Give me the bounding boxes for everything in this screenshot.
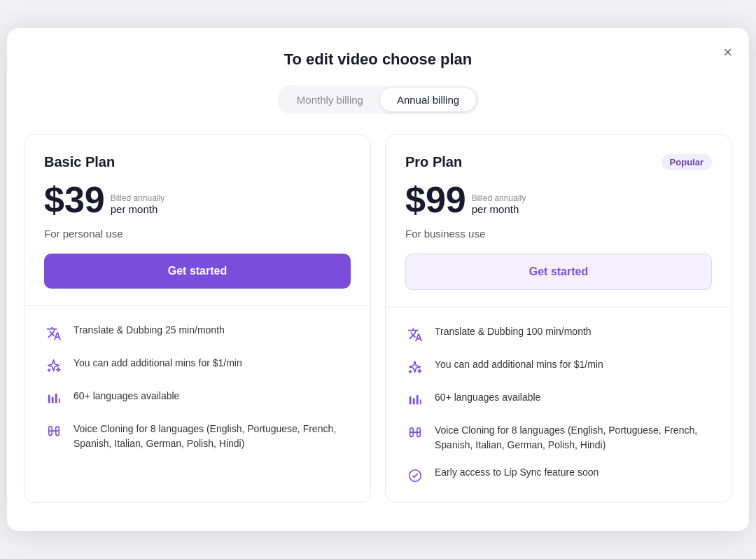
feature-item-pro-2: 60+ languages available: [405, 390, 712, 410]
close-button[interactable]: ×: [720, 42, 735, 63]
billing-toggle-container: Monthly billing Annual billing: [277, 85, 479, 114]
plan-top-pro: Pro Plan Popular $99 Billed annually per…: [386, 134, 732, 308]
translate-icon-basic-0: [44, 324, 64, 343]
get-started-button-basic[interactable]: Get started: [44, 254, 351, 289]
voice-icon-pro-3: [405, 424, 425, 443]
feature-item-basic-0: Translate & Dubbing 25 min/month: [44, 323, 351, 343]
feature-text-pro-0: Translate & Dubbing 100 min/month: [435, 324, 592, 339]
svg-rect-0: [48, 395, 50, 403]
feature-item-basic-1: You can add additional mins for $1/min: [44, 356, 351, 376]
languages-icon-pro-2: [405, 391, 425, 410]
feature-text-pro-3: Voice Cloning for 8 languages (English, …: [435, 423, 712, 453]
billed-note-pro: Billed annually: [472, 193, 526, 203]
feature-item-pro-3: Voice Cloning for 8 languages (English, …: [405, 423, 712, 453]
svg-rect-9: [416, 395, 419, 405]
get-started-button-pro[interactable]: Get started: [405, 254, 712, 290]
svg-rect-8: [413, 398, 415, 404]
feature-item-basic-3: Voice Cloning for 8 languages (English, …: [44, 422, 351, 451]
plan-top-basic: Basic Plan $39 Billed annually per month…: [24, 134, 370, 306]
plan-header-pro: Pro Plan Popular: [405, 154, 712, 170]
feature-text-pro-2: 60+ languages available: [435, 390, 540, 405]
plan-name-pro: Pro Plan: [405, 154, 462, 170]
price-row-basic: $39 Billed annually per month: [44, 181, 351, 218]
plan-tagline-basic: For personal use: [44, 228, 351, 240]
feature-item-pro-1: You can add additional mins for $1/min: [405, 357, 712, 378]
plan-features-basic: Translate & Dubbing 25 min/month You can…: [24, 306, 370, 468]
annual-billing-button[interactable]: Annual billing: [380, 88, 476, 111]
price-details-pro: Billed annually per month: [472, 193, 526, 218]
plans-container: Basic Plan $39 Billed annually per month…: [24, 134, 732, 503]
translate-icon-pro-0: [405, 325, 425, 345]
price-amount-basic: $39: [44, 181, 105, 218]
svg-rect-7: [410, 396, 412, 405]
plan-tagline-pro: For business use: [405, 228, 712, 240]
pricing-modal: × To edit video choose plan Monthly bill…: [7, 28, 749, 531]
billing-toggle: Monthly billing Annual billing: [24, 85, 732, 114]
feature-text-basic-3: Voice Cloning for 8 languages (English, …: [74, 422, 351, 451]
check-circle-icon-pro-4: [405, 466, 425, 485]
plan-card-pro: Pro Plan Popular $99 Billed annually per…: [385, 134, 732, 503]
popular-badge-pro: Popular: [662, 154, 712, 170]
svg-rect-10: [420, 399, 421, 404]
billed-note-basic: Billed annually: [111, 193, 164, 203]
feature-item-pro-0: Translate & Dubbing 100 min/month: [405, 324, 712, 345]
feature-text-basic-1: You can add additional mins for $1/min: [74, 356, 242, 371]
price-row-pro: $99 Billed annually per month: [405, 181, 712, 218]
plan-name-basic: Basic Plan: [44, 154, 115, 170]
feature-text-basic-0: Translate & Dubbing 25 min/month: [74, 323, 225, 338]
feature-text-pro-1: You can add additional mins for $1/min: [435, 357, 603, 372]
feature-item-basic-2: 60+ languages available: [44, 389, 351, 409]
sparkle-icon-pro-1: [405, 358, 425, 378]
svg-rect-3: [59, 398, 60, 403]
sparkle-icon-basic-1: [44, 357, 64, 376]
languages-icon-basic-2: [44, 389, 64, 409]
svg-rect-2: [55, 394, 57, 403]
feature-item-pro-4: Early access to Lip Sync feature soon: [405, 465, 712, 485]
plan-features-pro: Translate & Dubbing 100 min/month You ca…: [386, 308, 732, 502]
svg-rect-1: [52, 396, 54, 403]
feature-text-pro-4: Early access to Lip Sync feature soon: [435, 465, 598, 480]
per-month-basic: per month: [111, 203, 164, 215]
per-month-pro: per month: [472, 203, 526, 215]
feature-text-basic-2: 60+ languages available: [74, 389, 179, 403]
plan-card-basic: Basic Plan $39 Billed annually per month…: [24, 134, 371, 503]
plan-header-basic: Basic Plan: [44, 154, 351, 170]
modal-title: To edit video choose plan: [24, 50, 732, 69]
price-details-basic: Billed annually per month: [111, 193, 164, 218]
price-amount-pro: $99: [405, 181, 466, 218]
voice-icon-basic-3: [44, 422, 64, 442]
monthly-billing-button[interactable]: Monthly billing: [280, 88, 380, 111]
